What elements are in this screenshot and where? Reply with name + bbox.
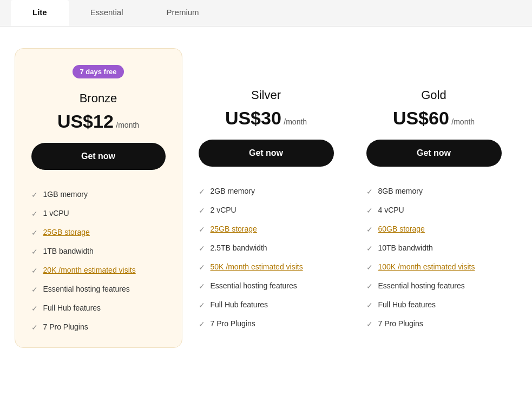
feature-item: ✓ Full Hub features: [199, 295, 334, 314]
plan-card-silver: Silver US$30 /month Get now ✓ 2GB memory…: [182, 48, 350, 344]
feature-item: ✓ 10TB bandwidth: [366, 239, 502, 258]
feature-item: ✓ Essential hosting features: [366, 276, 502, 295]
feature-link[interactable]: 100K /month estimated visits: [378, 262, 475, 271]
get-now-button-bronze[interactable]: Get now: [31, 143, 166, 170]
feature-item: ✓ 2 vCPU: [199, 201, 334, 220]
plan-card-bronze: 7 days free Bronze US$12 /month Get now …: [15, 48, 182, 348]
check-icon: ✓: [366, 187, 373, 196]
tabs-bar: LiteEssentialPremium: [0, 0, 532, 27]
check-icon: ✓: [199, 187, 205, 196]
feature-item: ✓ Essential hosting features: [31, 280, 166, 299]
plan-name-silver: Silver: [199, 88, 334, 102]
feature-item: ✓ 4 vCPU: [366, 201, 502, 220]
feature-text: 7 Pro Plugins: [43, 322, 88, 331]
check-icon: ✓: [199, 225, 205, 234]
feature-text: Essential hosting features: [378, 281, 465, 290]
check-icon: ✓: [199, 263, 205, 272]
check-icon: ✓: [199, 206, 205, 215]
feature-text: Full Hub features: [43, 304, 101, 312]
check-icon: ✓: [366, 206, 373, 215]
check-icon: ✓: [366, 225, 373, 234]
feature-item: ✓ Full Hub features: [366, 295, 502, 314]
feature-item: ✓ 50K /month estimated visits: [199, 258, 334, 276]
price-period-gold: /month: [451, 117, 475, 126]
price-amount-bronze: US$12: [57, 111, 114, 131]
check-icon: ✓: [366, 301, 373, 309]
feature-text: 8GB memory: [378, 187, 423, 195]
feature-item: ✓ 7 Pro Plugins: [199, 314, 334, 333]
feature-item: ✓ 60GB storage: [366, 220, 502, 239]
feature-text: 1TB bandwidth: [43, 247, 94, 255]
tab-lite[interactable]: Lite: [11, 0, 69, 26]
feature-link[interactable]: 25GB storage: [211, 225, 257, 233]
plan-price-silver: US$30 /month: [199, 108, 334, 129]
feature-item: ✓ 100K /month estimated visits: [366, 258, 502, 276]
check-icon: ✓: [199, 244, 205, 253]
tab-premium[interactable]: Premium: [145, 0, 221, 26]
price-amount-silver: US$30: [225, 108, 281, 128]
plan-name-bronze: Bronze: [31, 91, 166, 106]
feature-item: ✓ 20K /month estimated visits: [31, 261, 166, 280]
feature-item: ✓ 2GB memory: [199, 182, 334, 201]
plan-name-gold: Gold: [366, 88, 502, 102]
feature-text: Essential hosting features: [211, 281, 297, 290]
check-icon: ✓: [366, 244, 373, 253]
feature-link[interactable]: 25GB storage: [43, 228, 90, 236]
plan-price-bronze: US$12 /month: [31, 111, 166, 132]
price-period-silver: /month: [284, 117, 307, 126]
feature-text: 7 Pro Plugins: [211, 319, 255, 328]
get-now-button-silver[interactable]: Get now: [199, 140, 334, 167]
feature-text: 2.5TB bandwidth: [211, 243, 267, 252]
feature-text: Essential hosting features: [43, 285, 130, 293]
feature-item: ✓ Essential hosting features: [199, 276, 334, 295]
feature-text: Full Hub features: [211, 300, 268, 309]
feature-link[interactable]: 50K /month estimated visits: [211, 262, 303, 271]
plans-container: 7 days free Bronze US$12 /month Get now …: [0, 27, 532, 359]
feature-item: ✓ 1 vCPU: [31, 204, 166, 223]
feature-item: ✓ 1TB bandwidth: [31, 242, 166, 261]
get-now-button-gold[interactable]: Get now: [366, 140, 502, 167]
feature-text: 1GB memory: [43, 190, 88, 199]
feature-text: 7 Pro Plugins: [378, 319, 423, 328]
tab-essential[interactable]: Essential: [69, 0, 145, 26]
page-wrapper: LiteEssentialPremium 7 days free Bronze …: [0, 0, 532, 415]
check-icon: ✓: [31, 228, 38, 237]
plan-card-gold: Gold US$60 /month Get now ✓ 8GB memory ✓…: [350, 48, 518, 344]
check-icon: ✓: [31, 323, 38, 332]
check-icon: ✓: [366, 263, 373, 272]
feature-item: ✓ 25GB storage: [31, 223, 166, 242]
feature-link[interactable]: 20K /month estimated visits: [43, 266, 136, 274]
price-period-bronze: /month: [116, 121, 139, 129]
plan-price-gold: US$60 /month: [366, 108, 502, 129]
feature-text: 1 vCPU: [43, 209, 69, 218]
feature-item: ✓ Full Hub features: [31, 299, 166, 318]
free-badge: 7 days free: [73, 65, 124, 78]
check-icon: ✓: [199, 282, 205, 291]
check-icon: ✓: [366, 282, 373, 291]
feature-link[interactable]: 60GB storage: [378, 225, 425, 233]
check-icon: ✓: [199, 320, 205, 328]
price-amount-gold: US$60: [393, 108, 449, 128]
check-icon: ✓: [31, 266, 38, 275]
feature-text: 10TB bandwidth: [378, 243, 433, 252]
feature-item: ✓ 7 Pro Plugins: [31, 318, 166, 337]
check-icon: ✓: [31, 247, 38, 256]
features-list-gold: ✓ 8GB memory ✓ 4 vCPU ✓ 60GB storage ✓ 1…: [366, 182, 502, 333]
check-icon: ✓: [199, 301, 205, 309]
check-icon: ✓: [31, 304, 38, 313]
feature-item: ✓ 8GB memory: [366, 182, 502, 201]
check-icon: ✓: [31, 209, 38, 218]
feature-text: 2 vCPU: [211, 206, 237, 214]
feature-text: 2GB memory: [211, 187, 255, 195]
feature-item: ✓ 2.5TB bandwidth: [199, 239, 334, 258]
feature-item: ✓ 7 Pro Plugins: [366, 314, 502, 333]
check-icon: ✓: [31, 190, 38, 199]
feature-text: Full Hub features: [378, 300, 436, 309]
check-icon: ✓: [31, 285, 38, 294]
features-list-bronze: ✓ 1GB memory ✓ 1 vCPU ✓ 25GB storage ✓ 1…: [31, 185, 166, 337]
check-icon: ✓: [366, 320, 373, 328]
features-list-silver: ✓ 2GB memory ✓ 2 vCPU ✓ 25GB storage ✓ 2…: [199, 182, 334, 333]
feature-text: 4 vCPU: [378, 206, 404, 214]
feature-item: ✓ 1GB memory: [31, 185, 166, 204]
feature-item: ✓ 25GB storage: [199, 220, 334, 239]
